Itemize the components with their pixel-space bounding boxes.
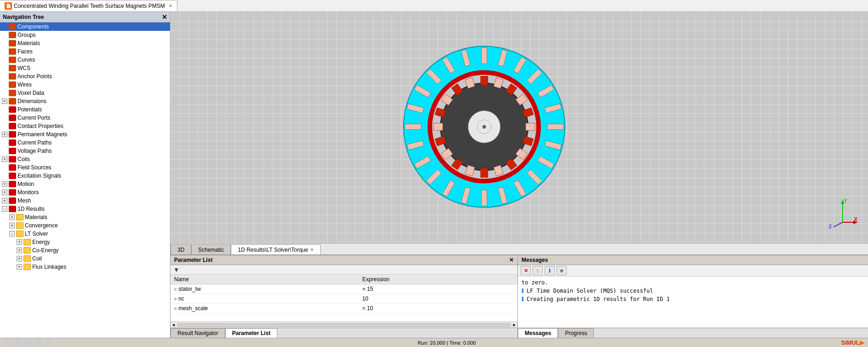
hscroll-track[interactable] — [177, 323, 510, 327]
sidebar-item-monitors[interactable]: Monitors — [0, 188, 170, 197]
sidebar-close-icon[interactable]: ✕ — [162, 13, 167, 21]
expand-coil-sub[interactable] — [17, 256, 22, 261]
expand-faces[interactable] — [2, 49, 7, 54]
expand-materials[interactable] — [2, 40, 7, 46]
sidebar-item-lt-solver[interactable]: LT Solver — [0, 230, 170, 238]
expand-voltage-paths[interactable] — [2, 148, 7, 154]
tab-progress[interactable]: Progress — [558, 328, 594, 338]
tab-1d-results-close[interactable]: ✕ — [310, 247, 314, 252]
sidebar-item-field-sources[interactable]: Field Sources — [0, 163, 170, 172]
sidebar-item-permanent-magnets[interactable]: Permanent Magnets — [0, 130, 170, 139]
sidebar-item-energy[interactable]: Energy — [0, 238, 170, 246]
expand-lt-solver[interactable] — [9, 231, 15, 237]
sidebar-item-coil-sub[interactable]: Coil — [0, 254, 170, 263]
msg-list-btn[interactable]: ≡ — [557, 266, 567, 275]
sidebar-item-voltage-paths[interactable]: Voltage Paths — [0, 147, 170, 155]
tab-1d-results[interactable]: 1D Results\LT Solver\Torque ✕ — [231, 244, 320, 254]
expand-1d-results[interactable] — [2, 206, 7, 212]
expand-energy[interactable] — [17, 239, 22, 245]
tab-messages[interactable]: Messages — [518, 328, 558, 338]
sidebar-item-1d-results[interactable]: 1D Results — [0, 205, 170, 213]
sidebar-item-materials[interactable]: Materials — [0, 39, 170, 47]
tab-parameter-list[interactable]: Parameter List — [225, 328, 277, 338]
tab-schematic-label: Schematic — [198, 247, 224, 253]
table-row[interactable]: ≡ mesh_scale = 10 — [170, 304, 517, 313]
expand-voxel-data[interactable] — [2, 90, 7, 96]
status-icon-3[interactable] — [24, 339, 32, 347]
table-row[interactable]: ≡ nc 10 — [170, 294, 517, 304]
sidebar-item-wcs[interactable]: WCS — [0, 64, 170, 72]
sidebar-item-excitation-signals[interactable]: Excitation Signals — [0, 172, 170, 180]
param-panel-close-icon[interactable]: ✕ — [509, 257, 514, 263]
messages-content[interactable]: to zero. ℹ LF Time Domain Solver (MQS) s… — [518, 277, 868, 328]
sidebar-item-groups[interactable]: Groups — [0, 31, 170, 39]
hscroll-right-icon[interactable]: ► — [511, 323, 517, 327]
status-icon-5[interactable] — [44, 339, 53, 347]
sidebar-item-potentials[interactable]: Potentials — [0, 105, 170, 114]
tab-parameter-list-label: Parameter List — [232, 330, 270, 336]
sidebar-item-contact-properties[interactable]: Contact Properties — [0, 122, 170, 130]
expand-dimensions[interactable] — [2, 98, 7, 104]
table-row[interactable]: ≡ stator_tw = 15 — [170, 284, 517, 294]
status-icon-2[interactable] — [14, 339, 22, 347]
sidebar-item-faces[interactable]: Faces — [0, 47, 170, 56]
sidebar-item-dimensions[interactable]: Dimensions — [0, 97, 170, 105]
expand-motion[interactable] — [2, 181, 7, 187]
sidebar-item-materials-sub[interactable]: Materials — [0, 213, 170, 221]
sidebar-item-current-ports[interactable]: Current Ports — [0, 114, 170, 122]
messages-panel-title: Messages — [522, 257, 548, 263]
tab-3d[interactable]: 3D — [170, 244, 191, 254]
sidebar-item-current-paths[interactable]: Current Paths — [0, 139, 170, 147]
sidebar-item-coils[interactable]: Coils — [0, 155, 170, 163]
sidebar-item-convergence[interactable]: Convergence — [0, 221, 170, 230]
msg-info-btn[interactable]: ℹ — [545, 266, 555, 275]
param-hscroll[interactable]: ◄ ► — [170, 321, 517, 328]
main-tab[interactable]: 📄 Concentrated Winding Parallel Teeth Su… — [0, 0, 177, 12]
msg-text-0: to zero. — [522, 279, 548, 286]
expand-excitation-signals[interactable] — [2, 173, 7, 179]
sidebar-item-co-energy[interactable]: Co-Energy — [0, 246, 170, 254]
expand-co-energy[interactable] — [17, 248, 22, 253]
expand-permanent-magnets[interactable] — [2, 132, 7, 137]
expand-contact-properties[interactable] — [2, 123, 7, 129]
tab-schematic[interactable]: Schematic — [191, 244, 231, 254]
expand-current-paths[interactable] — [2, 140, 7, 145]
expand-wcs[interactable] — [2, 65, 7, 71]
viewport[interactable]: Y X Z — [170, 12, 868, 243]
expand-components[interactable] — [2, 24, 7, 29]
status-icon-1[interactable] — [4, 339, 12, 347]
tab-close-button[interactable]: ✕ — [169, 3, 172, 8]
msg-error-btn[interactable]: ✕ — [521, 266, 531, 275]
expand-flux-linkages[interactable] — [17, 264, 22, 270]
sidebar-item-curves[interactable]: Curves — [0, 56, 170, 64]
expand-coils[interactable] — [2, 156, 7, 162]
param-table[interactable]: Name Expression ≡ stator_tw = 15 — [170, 275, 517, 321]
sidebar-item-wires[interactable]: Wires — [0, 81, 170, 89]
sidebar-item-mesh[interactable]: Mesh — [0, 197, 170, 205]
expand-mesh[interactable] — [2, 198, 7, 203]
expand-field-sources[interactable] — [2, 165, 7, 170]
sidebar-scroll[interactable]: Components Groups Materials Faces Curves — [0, 23, 170, 338]
sidebar-item-motion[interactable]: Motion — [0, 180, 170, 188]
expand-groups[interactable] — [2, 32, 7, 38]
expand-anchor-points[interactable] — [2, 74, 7, 79]
curves-icon — [9, 57, 16, 63]
msg-warning-btn[interactable]: ⚠ — [533, 266, 543, 275]
expand-current-ports[interactable] — [2, 115, 7, 121]
sidebar-item-voxel-data[interactable]: Voxel Data — [0, 89, 170, 97]
hscroll-left-icon[interactable]: ◄ — [170, 323, 176, 327]
flux-linkages-icon — [23, 264, 31, 270]
tab-result-navigator[interactable]: Result Navigator — [170, 328, 225, 338]
status-icon-4[interactable] — [34, 339, 42, 347]
expand-monitors[interactable] — [2, 190, 7, 195]
sidebar-item-flux-linkages[interactable]: Flux Linkages — [0, 263, 170, 271]
expand-potentials[interactable] — [2, 107, 7, 112]
expand-convergence[interactable] — [9, 223, 15, 228]
filter-icon[interactable]: ▼ — [173, 266, 180, 273]
expand-materials-sub[interactable] — [9, 214, 15, 220]
sidebar-item-components[interactable]: Components — [0, 23, 170, 31]
expand-wires[interactable] — [2, 82, 7, 87]
expand-curves[interactable] — [2, 57, 7, 63]
sidebar-item-anchor-points[interactable]: Anchor Points — [0, 72, 170, 81]
viewport-tab-bar: 3D Schematic 1D Results\LT Solver\Torque… — [170, 243, 868, 255]
